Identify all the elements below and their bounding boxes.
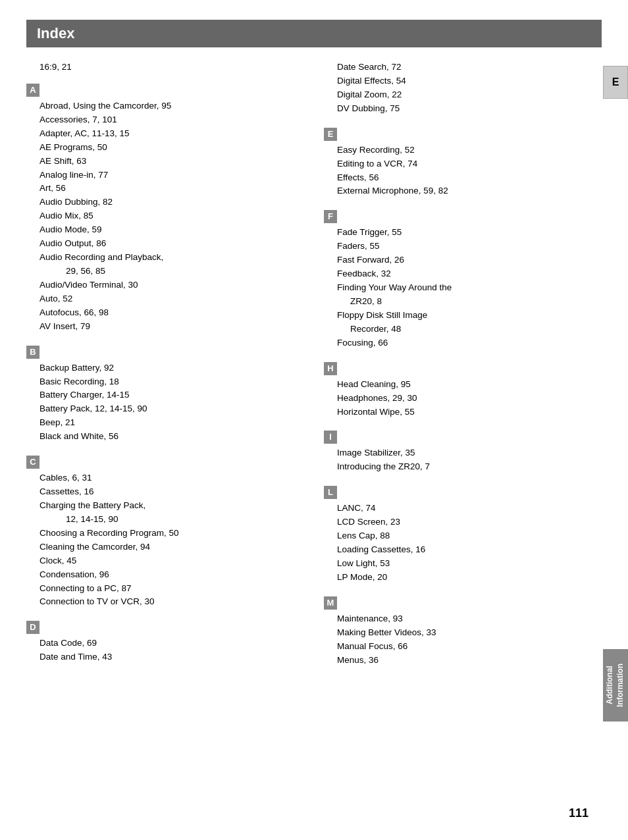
entry-line: Autofocus, 66, 98	[39, 306, 304, 320]
entry-line: Condensation, 96	[39, 568, 304, 582]
entry-line: Fast Forward, 26	[337, 253, 602, 267]
entry-line: Headphones, 29, 30	[337, 392, 602, 406]
entry-line: Clock, 45	[39, 554, 304, 568]
entry-line: Introducing the ZR20, 7	[337, 460, 602, 474]
entry-line: Audio Mix, 85	[39, 209, 304, 223]
entry-line: AE Shift, 63	[39, 155, 304, 169]
e-tab: E	[603, 66, 628, 99]
section-badge-d: D	[26, 621, 39, 634]
entry-line: Recorder, 48	[337, 323, 602, 336]
section-badge-a: A	[26, 84, 39, 97]
section-d: D Data Code, 69 Date and Time, 43	[26, 621, 304, 664]
entry-line: Lens Cap, 88	[337, 529, 602, 543]
section-f-entries: Fade Trigger, 55 Faders, 55 Fast Forward…	[324, 226, 602, 350]
entry-line: Data Code, 69	[39, 637, 304, 650]
index-header: Index	[26, 20, 602, 47]
entry-line: Digital Zoom, 22	[337, 88, 602, 102]
section-badge-f: F	[324, 210, 337, 223]
entry-line: AE Programs, 50	[39, 141, 304, 155]
entry-line: Focusing, 66	[337, 336, 602, 350]
entry-line: Audio Output, 86	[39, 237, 304, 251]
entry-line: Easy Recording, 52	[337, 144, 602, 157]
entry-line: Backup Battery, 92	[39, 361, 304, 375]
entry-line: 12, 14-15, 90	[39, 513, 304, 527]
entry-line: AV Insert, 79	[39, 320, 304, 334]
number-section: 16:9, 21	[26, 61, 304, 74]
entry-line: Battery Pack, 12, 14-15, 90	[39, 402, 304, 416]
entry-line: Cables, 6, 31	[39, 471, 304, 485]
entry-line: Making Better Videos, 33	[337, 626, 602, 640]
section-d-cont: Date Search, 72 Digital Effects, 54 Digi…	[324, 61, 602, 116]
left-column: 16:9, 21 A Abroad, Using the Camcorder, …	[26, 61, 304, 679]
entry-line: Date Search, 72	[337, 61, 602, 74]
section-badge-h: H	[324, 362, 337, 375]
section-badge-i: I	[324, 431, 337, 444]
entry-line: Accessories, 7, 101	[39, 113, 304, 127]
entry-line: Cassettes, 16	[39, 485, 304, 499]
entry-line: Fade Trigger, 55	[337, 226, 602, 240]
right-column: Date Search, 72 Digital Effects, 54 Digi…	[324, 61, 602, 679]
section-i-entries: Image Stabilizer, 35 Introducing the ZR2…	[324, 446, 602, 474]
section-b-entries: Backup Battery, 92 Basic Recording, 18 B…	[26, 361, 304, 444]
entry-line: Auto, 52	[39, 292, 304, 306]
entry-line: Audio Recording and Playback,	[39, 251, 304, 265]
additional-info-tab: Additional Information	[603, 649, 628, 722]
entry-line: Low Light, 53	[337, 557, 602, 571]
entry-line: Battery Charger, 14-15	[39, 388, 304, 402]
entry-line: LP Mode, 20	[337, 571, 602, 585]
section-f: F Fade Trigger, 55 Faders, 55 Fast Forwa…	[324, 210, 602, 350]
additional-info-label: Additional Information	[605, 649, 625, 722]
section-badge-e: E	[324, 128, 337, 141]
section-h: H Head Cleaning, 95 Headphones, 29, 30 H…	[324, 362, 602, 419]
entry-line: Cleaning the Camcorder, 94	[39, 540, 304, 554]
entry-line: Menus, 36	[337, 654, 602, 668]
entry-line: LCD Screen, 23	[337, 515, 602, 529]
section-m: M Maintenance, 93 Making Better Videos, …	[324, 596, 602, 668]
section-e: E Easy Recording, 52 Editing to a VCR, 7…	[324, 128, 602, 199]
entry-line: Abroad, Using the Camcorder, 95	[39, 99, 304, 113]
entry-line: Connection to TV or VCR, 30	[39, 595, 304, 609]
section-c-entries: Cables, 6, 31 Cassettes, 16 Charging the…	[26, 471, 304, 609]
entry-line: Audio Mode, 59	[39, 223, 304, 237]
entry-line: Audio Dubbing, 82	[39, 196, 304, 209]
section-badge-m: M	[324, 596, 337, 610]
entry-line: External Microphone, 59, 82	[337, 184, 602, 198]
entry-line: Horizontal Wipe, 55	[337, 406, 602, 419]
entry-line: Date and Time, 43	[39, 650, 304, 664]
entry-line: Art, 56	[39, 182, 304, 196]
section-a-entries: Abroad, Using the Camcorder, 95 Accessor…	[26, 99, 304, 334]
page-number: 111	[569, 806, 589, 820]
entry-line: Charging the Battery Pack,	[39, 499, 304, 513]
entry-line: Feedback, 32	[337, 267, 602, 281]
entry-line: Effects, 56	[337, 171, 602, 185]
section-l: L LANC, 74 LCD Screen, 23 Lens Cap, 88 L…	[324, 486, 602, 585]
entry-line: Finding Your Way Around the	[337, 281, 602, 295]
section-d-entries: Data Code, 69 Date and Time, 43	[26, 637, 304, 664]
entry-line: Head Cleaning, 95	[337, 378, 602, 392]
section-badge-l: L	[324, 486, 337, 499]
entry-line: Manual Focus, 66	[337, 640, 602, 654]
entry-line: Faders, 55	[337, 240, 602, 253]
section-e-entries: Easy Recording, 52 Editing to a VCR, 74 …	[324, 144, 602, 199]
entry-line: LANC, 74	[337, 502, 602, 515]
section-d-cont-entries: Date Search, 72 Digital Effects, 54 Digi…	[324, 61, 602, 116]
section-h-entries: Head Cleaning, 95 Headphones, 29, 30 Hor…	[324, 378, 602, 419]
entry-line: Maintenance, 93	[337, 612, 602, 626]
entry-line: Beep, 21	[39, 416, 304, 430]
section-badge-c: C	[26, 456, 39, 469]
entry-line: Analog line-in, 77	[39, 169, 304, 182]
section-i: I Image Stabilizer, 35 Introducing the Z…	[324, 431, 602, 474]
page-container: Index E 16:9, 21 A Abroad, Using the Cam…	[0, 0, 628, 840]
entry-line: Adapter, AC, 11-13, 15	[39, 127, 304, 141]
entry-line: Floppy Disk Still Image	[337, 309, 602, 323]
entry-line: Loading Cassettes, 16	[337, 543, 602, 557]
entry-line: Connecting to a PC, 87	[39, 582, 304, 596]
entry-line: Image Stabilizer, 35	[337, 446, 602, 460]
section-badge-b: B	[26, 346, 39, 359]
section-l-entries: LANC, 74 LCD Screen, 23 Lens Cap, 88 Loa…	[324, 502, 602, 585]
section-c: C Cables, 6, 31 Cassettes, 16 Charging t…	[26, 456, 304, 609]
columns-wrapper: 16:9, 21 A Abroad, Using the Camcorder, …	[26, 61, 602, 679]
entry-line: ZR20, 8	[337, 295, 602, 309]
section-b: B Backup Battery, 92 Basic Recording, 18…	[26, 346, 304, 444]
entry-line: Digital Effects, 54	[337, 74, 602, 88]
